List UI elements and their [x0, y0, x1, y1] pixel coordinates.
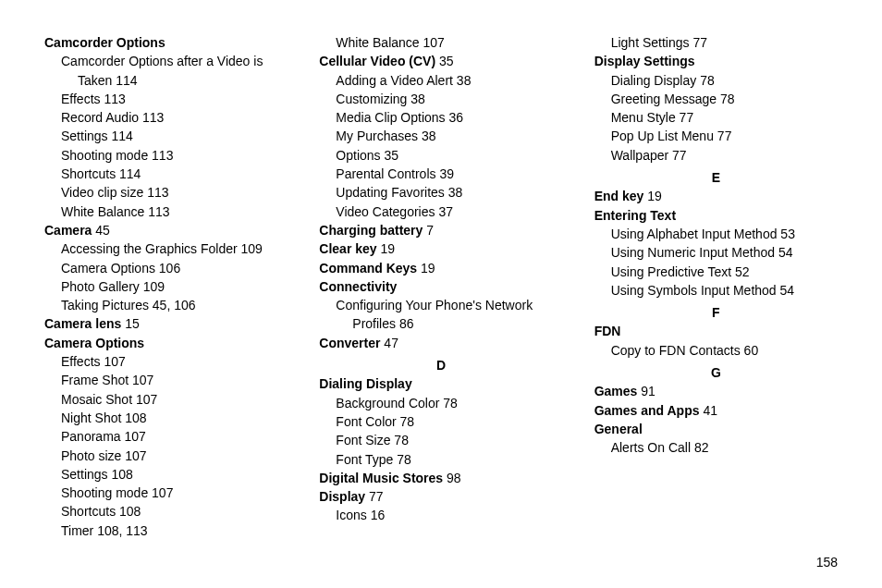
index-subentry: Icons 16 [319, 506, 562, 524]
index-entry-label: Icons [336, 508, 366, 522]
index-entry-label: Camera [44, 223, 92, 238]
index-entry-label: Taking Pictures [61, 298, 149, 312]
index-entry-label: Photo Gallery [61, 279, 140, 294]
index-subentry: Taken 114 [44, 71, 288, 90]
index-entry-label: Cellular Video (CV) [319, 54, 435, 68]
index-entry-label: Profiles [352, 316, 396, 331]
index-entry-pages: 107 [423, 35, 445, 50]
index-subentry: Mosaic Shot 107 [44, 390, 288, 409]
index-subentry: Panorama 107 [44, 427, 288, 446]
index-entry-label: Settings [61, 129, 108, 143]
index-subentry: Camera Options 106 [44, 259, 288, 277]
index-heading-entry: Camera lens 15 [44, 314, 288, 333]
index-entry-label: Shooting mode [61, 485, 148, 500]
index-entry-pages: 45, 106 [153, 298, 196, 312]
index-subentry: Profiles 86 [319, 314, 562, 333]
index-entry-label: Camera Options [44, 336, 144, 350]
index-entry-pages: 77 [680, 110, 694, 125]
index-entry-pages: 107 [132, 373, 153, 387]
index-heading-entry: End key 19 [594, 187, 838, 205]
index-heading-entry: Cellular Video (CV) 35 [319, 52, 562, 70]
index-heading-entry: Clear key 19 [319, 239, 562, 258]
index-entry-label: Using Numeric Input Method [611, 245, 775, 260]
index-entry-pages: 45 [95, 223, 110, 238]
index-entry-pages: 77 [692, 35, 707, 50]
index-entry-pages: 54 [780, 283, 795, 298]
index-entry-pages: 114 [111, 129, 132, 143]
index-entry-pages: 107 [136, 392, 157, 407]
index-subentry: Effects 107 [44, 352, 288, 371]
index-subentry: Shortcuts 108 [44, 502, 288, 521]
index-entry-label: End key [594, 189, 644, 203]
index-entry-label: Timer [61, 523, 93, 538]
index-entry-pages: 54 [778, 245, 793, 260]
index-entry-pages: 41 [703, 403, 717, 418]
index-entry-pages: 78 [394, 433, 409, 447]
index-entry-label: Configuring Your Phone's Network [336, 298, 533, 312]
index-entry-label: Camcorder Options after a Video is [61, 54, 263, 68]
index-heading-entry: FDN [594, 322, 838, 340]
index-entry-pages: 113 [152, 148, 173, 163]
index-subentry: Using Numeric Input Method 54 [594, 243, 838, 262]
index-entry-pages: 38 [410, 92, 425, 106]
index-entry-label: Video Categories [336, 204, 435, 219]
index-subentry: Font Type 78 [319, 450, 562, 469]
index-entry-pages: 91 [641, 384, 655, 398]
index-page: Camcorder OptionsCamcorder Options after… [0, 0, 882, 588]
section-letter-text: F [712, 305, 720, 320]
index-entry-pages: 35 [439, 54, 454, 68]
index-entry-pages: 78 [400, 414, 415, 429]
index-entry-label: Panorama [61, 429, 121, 444]
index-entry-pages: 108, 113 [97, 523, 148, 538]
index-entry-label: Record Audio [61, 110, 139, 125]
index-entry-label: Frame Shot [61, 373, 129, 387]
index-entry-pages: 113 [148, 204, 169, 219]
index-subentry: Alerts On Call 82 [594, 438, 838, 457]
index-subentry: Using Predictive Text 52 [594, 263, 838, 281]
index-entry-pages: 106 [159, 261, 180, 276]
index-entry-pages: 108 [111, 467, 132, 482]
index-entry-pages: 38 [422, 129, 436, 143]
index-entry-label: Games [594, 384, 638, 398]
index-entry-label: Entering Text [594, 208, 676, 223]
index-entry-pages: 78 [397, 452, 411, 467]
index-heading-entry: Games 91 [594, 382, 838, 400]
index-entry-pages: 19 [381, 241, 396, 256]
index-subentry: Font Size 78 [319, 431, 562, 449]
index-entry-pages: 107 [124, 429, 145, 444]
index-entry-label: Greeting Message [611, 92, 717, 106]
index-entry-label: Clear key [319, 241, 376, 256]
index-entry-pages: 113 [147, 185, 168, 200]
index-entry-pages: 36 [449, 110, 464, 125]
index-heading-entry: Camera Options [44, 334, 288, 352]
index-entry-pages: 109 [241, 241, 263, 256]
index-entry-label: Camcorder Options [44, 35, 165, 50]
index-entry-label: White Balance [61, 204, 144, 219]
index-entry-label: Display Settings [594, 54, 695, 68]
index-subentry: Record Audio 113 [44, 108, 288, 127]
index-entry-pages: 39 [439, 166, 454, 181]
section-letter-text: D [436, 358, 446, 373]
index-entry-label: Menu Style [611, 110, 676, 125]
index-entry-label: Shortcuts [61, 166, 116, 181]
index-heading-entry: Connectivity [319, 277, 562, 296]
index-heading-entry: Display 77 [319, 487, 562, 506]
index-subentry: Video Categories 37 [319, 202, 562, 221]
index-entry-pages: 53 [780, 227, 795, 241]
index-subentry: Menu Style 77 [594, 108, 838, 127]
index-entry-label: Shooting mode [61, 148, 148, 163]
index-heading-entry: Command Keys 19 [319, 259, 562, 277]
index-entry-label: Charging battery [319, 223, 423, 238]
index-entry-label: White Balance [336, 35, 419, 50]
index-entry-label: Font Size [336, 433, 390, 447]
index-entry-label: Games and Apps [594, 403, 700, 418]
index-subentry: My Purchases 38 [319, 127, 562, 145]
section-letter: F [594, 303, 838, 322]
index-subentry: Photo size 107 [44, 447, 288, 465]
index-subentry: White Balance 107 [319, 33, 562, 52]
index-subentry: Settings 114 [44, 127, 288, 145]
index-subentry: Greeting Message 78 [594, 90, 838, 108]
index-entry-pages: 108 [119, 504, 141, 519]
index-entry-label: General [594, 422, 643, 436]
index-entry-label: Taken [78, 73, 112, 88]
